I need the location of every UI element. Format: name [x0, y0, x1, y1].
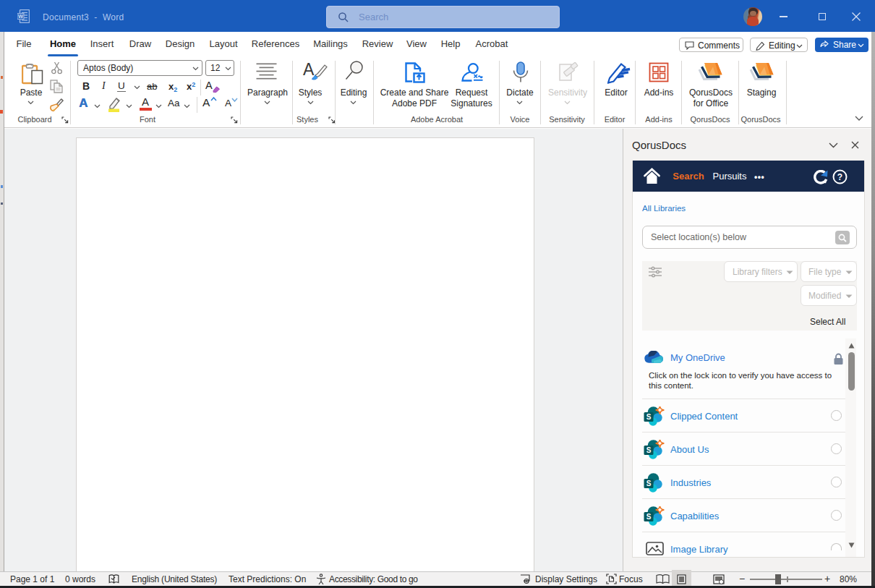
- svg-text:W: W: [18, 13, 24, 20]
- svg-text:?: ?: [837, 172, 842, 182]
